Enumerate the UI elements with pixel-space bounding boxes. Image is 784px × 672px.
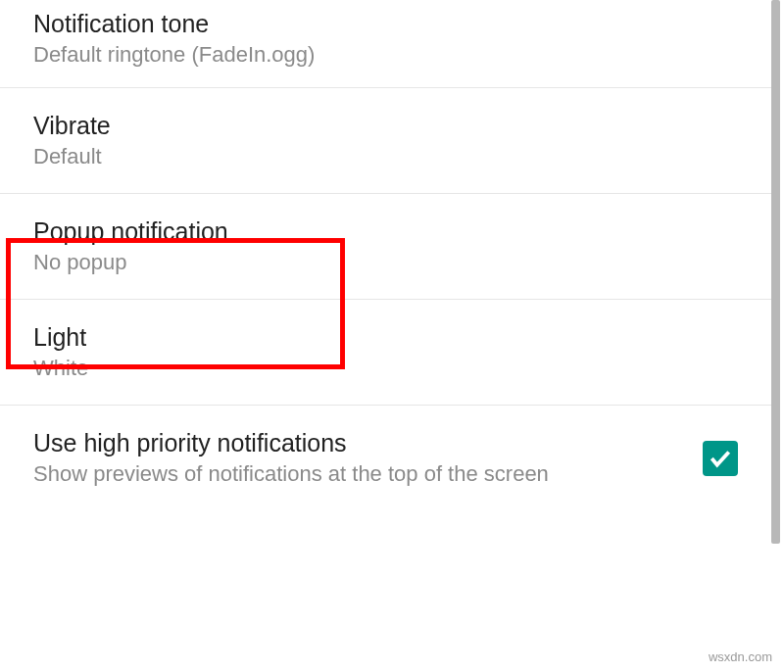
setting-title: Use high priority notifications bbox=[33, 429, 679, 457]
scrollbar[interactable] bbox=[771, 0, 780, 544]
setting-subtitle: Default bbox=[33, 144, 738, 169]
checkbox-checked[interactable] bbox=[703, 441, 738, 476]
settings-list: Notification tone Default ringtone (Fade… bbox=[0, 0, 771, 672]
setting-popup-notification[interactable]: Popup notification No popup bbox=[0, 194, 771, 300]
setting-title: Notification tone bbox=[33, 10, 738, 38]
setting-light[interactable]: Light White bbox=[0, 300, 771, 406]
watermark: wsxdn.com bbox=[709, 649, 772, 664]
setting-subtitle: No popup bbox=[33, 250, 738, 275]
setting-title: Vibrate bbox=[33, 112, 738, 140]
setting-notification-tone[interactable]: Notification tone Default ringtone (Fade… bbox=[0, 0, 771, 88]
setting-high-priority[interactable]: Use high priority notifications Show pre… bbox=[0, 406, 771, 510]
checkmark-icon bbox=[708, 446, 733, 471]
setting-subtitle: White bbox=[33, 356, 738, 381]
setting-title: Light bbox=[33, 323, 738, 352]
setting-subtitle: Show previews of notifications at the to… bbox=[33, 461, 679, 487]
setting-subtitle: Default ringtone (FadeIn.ogg) bbox=[33, 42, 738, 68]
setting-title: Popup notification bbox=[33, 217, 738, 246]
setting-vibrate[interactable]: Vibrate Default bbox=[0, 88, 771, 194]
